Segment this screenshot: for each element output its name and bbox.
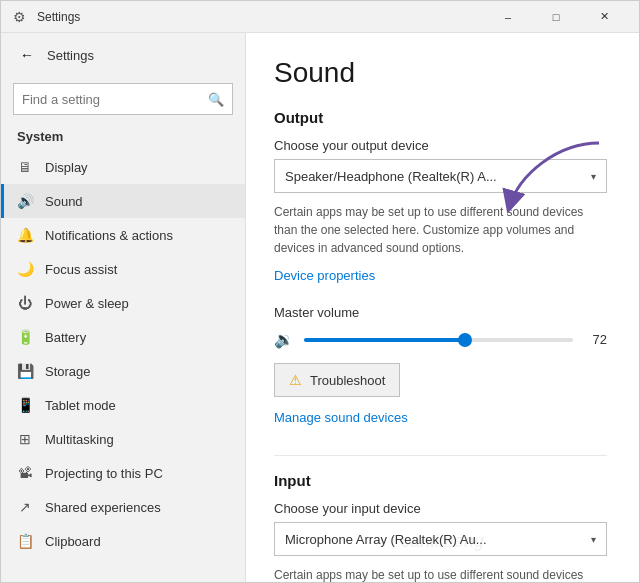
sound-icon: 🔊 <box>17 193 33 209</box>
sidebar-item-label-shared: Shared experiences <box>45 500 161 515</box>
back-button[interactable]: ← <box>13 41 41 69</box>
sidebar-item-label-projecting: Projecting to this PC <box>45 466 163 481</box>
warning-icon: ⚠ <box>289 372 302 388</box>
dropdown-arrow-icon: ▾ <box>591 171 596 182</box>
volume-icon: 🔉 <box>274 330 294 349</box>
sidebar-section-label: System <box>1 125 245 150</box>
output-device-label: Choose your output device <box>274 138 607 153</box>
sidebar-item-label-clipboard: Clipboard <box>45 534 101 549</box>
sidebar-item-label-sound: Sound <box>45 194 83 209</box>
sidebar-item-sound[interactable]: 🔊 Sound <box>1 184 245 218</box>
volume-section: Master volume 🔉 72 <box>274 305 607 349</box>
sidebar-item-shared[interactable]: ↗ Shared experiences <box>1 490 245 524</box>
multitasking-icon: ⊞ <box>17 431 33 447</box>
sidebar-item-power[interactable]: ⏻ Power & sleep <box>1 286 245 320</box>
focus-icon: 🌙 <box>17 261 33 277</box>
output-section: Output Choose your output device Speaker… <box>274 109 607 439</box>
troubleshoot-label: Troubleshoot <box>310 373 385 388</box>
window-title: Settings <box>37 10 485 24</box>
search-icon: 🔍 <box>208 92 224 107</box>
sidebar-item-label-storage: Storage <box>45 364 91 379</box>
shared-icon: ↗ <box>17 499 33 515</box>
sidebar-item-label-tablet: Tablet mode <box>45 398 116 413</box>
slider-thumb[interactable] <box>458 333 472 347</box>
maximize-button[interactable]: □ <box>533 1 579 33</box>
sidebar-item-display[interactable]: 🖥 Display <box>1 150 245 184</box>
content-area: ← Settings 🔍 System 🖥 Display 🔊 Sound 🔔 … <box>1 33 639 582</box>
section-divider <box>274 455 607 456</box>
sidebar-item-label-power: Power & sleep <box>45 296 129 311</box>
sidebar-app-title: Settings <box>47 48 94 63</box>
close-button[interactable]: ✕ <box>581 1 627 33</box>
sidebar-item-label-battery: Battery <box>45 330 86 345</box>
sidebar-item-label-focus: Focus assist <box>45 262 117 277</box>
titlebar: ⚙ Settings – □ ✕ <box>1 1 639 33</box>
input-section: Input Choose your input device Microphon… <box>274 472 607 582</box>
clipboard-icon: 📋 <box>17 533 33 549</box>
page-title: Sound <box>274 57 607 89</box>
power-icon: ⏻ <box>17 295 33 311</box>
slider-fill <box>304 338 465 342</box>
sidebar-item-storage[interactable]: 💾 Storage <box>1 354 245 388</box>
output-device-value: Speaker/Headphone (Realtek(R) A... <box>285 169 591 184</box>
sidebar: ← Settings 🔍 System 🖥 Display 🔊 Sound 🔔 … <box>1 33 246 582</box>
sidebar-item-label-notifications: Notifications & actions <box>45 228 173 243</box>
sidebar-item-label-multitasking: Multitasking <box>45 432 114 447</box>
sidebar-item-multitasking[interactable]: ⊞ Multitasking <box>1 422 245 456</box>
settings-window: ⚙ Settings – □ ✕ ← Settings 🔍 System 🖥 D… <box>0 0 640 583</box>
input-info-text: Certain apps may be set up to use differ… <box>274 566 607 582</box>
input-device-dropdown[interactable]: Microphone Array (Realtek(R) Au... ▾ <box>274 522 607 556</box>
projecting-icon: 📽 <box>17 465 33 481</box>
minimize-button[interactable]: – <box>485 1 531 33</box>
output-info-text: Certain apps may be set up to use differ… <box>274 203 607 257</box>
volume-value: 72 <box>583 332 607 347</box>
sidebar-search-box[interactable]: 🔍 <box>13 83 233 115</box>
main-content: Sound Output Choose your output device S… <box>246 33 639 582</box>
troubleshoot-button[interactable]: ⚠ Troubleshoot <box>274 363 400 397</box>
sidebar-item-projecting[interactable]: 📽 Projecting to this PC <box>1 456 245 490</box>
manage-sound-devices-link[interactable]: Manage sound devices <box>274 410 408 425</box>
sidebar-item-clipboard[interactable]: 📋 Clipboard <box>1 524 245 558</box>
notifications-icon: 🔔 <box>17 227 33 243</box>
tablet-icon: 📱 <box>17 397 33 413</box>
display-icon: 🖥 <box>17 159 33 175</box>
sidebar-item-focus[interactable]: 🌙 Focus assist <box>1 252 245 286</box>
input-dropdown-arrow-icon: ▾ <box>591 534 596 545</box>
device-properties-link[interactable]: Device properties <box>274 268 375 283</box>
input-device-value: Microphone Array (Realtek(R) Au... <box>285 532 591 547</box>
battery-icon: 🔋 <box>17 329 33 345</box>
settings-icon: ⚙ <box>13 9 29 25</box>
volume-label: Master volume <box>274 305 607 320</box>
sidebar-item-battery[interactable]: 🔋 Battery <box>1 320 245 354</box>
input-device-label: Choose your input device <box>274 501 607 516</box>
volume-row: 🔉 72 <box>274 330 607 349</box>
sidebar-item-notifications[interactable]: 🔔 Notifications & actions <box>1 218 245 252</box>
sidebar-item-label-display: Display <box>45 160 88 175</box>
volume-slider[interactable] <box>304 338 573 342</box>
input-section-title: Input <box>274 472 607 489</box>
storage-icon: 💾 <box>17 363 33 379</box>
output-device-dropdown[interactable]: Speaker/Headphone (Realtek(R) A... ▾ <box>274 159 607 193</box>
output-section-title: Output <box>274 109 607 126</box>
sidebar-nav-top: ← Settings <box>1 33 245 77</box>
search-input[interactable] <box>22 92 208 107</box>
window-controls: – □ ✕ <box>485 1 627 33</box>
sidebar-item-tablet[interactable]: 📱 Tablet mode <box>1 388 245 422</box>
